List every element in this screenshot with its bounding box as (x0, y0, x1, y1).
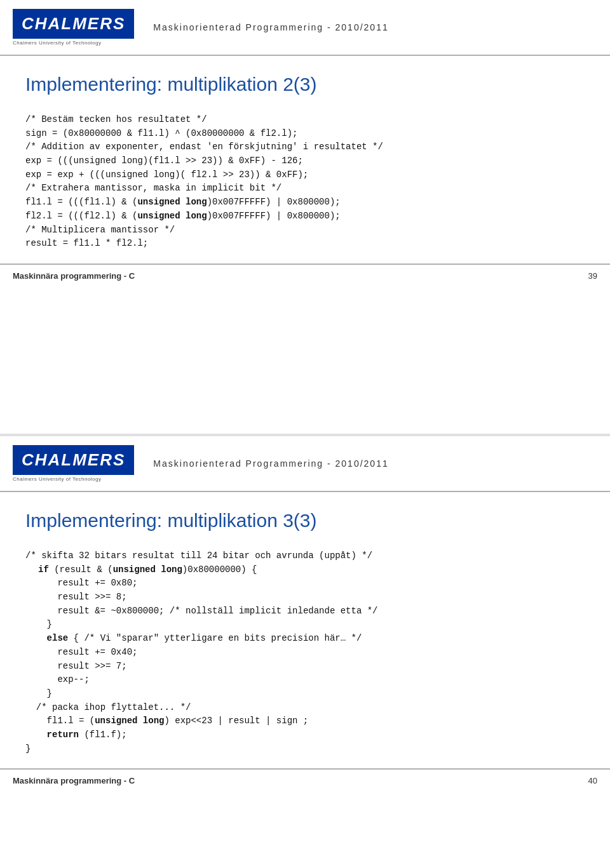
code-line: } (25, 687, 585, 701)
code-line: else { /* Vi "sparar" ytterligare en bit… (25, 632, 585, 646)
slide-1: CHALMERS Chalmers University of Technolo… (0, 0, 610, 434)
code-line: exp = exp + (((unsigned long)( fl2.l >> … (25, 168, 585, 182)
footer-page-2: 40 (588, 776, 597, 785)
code-block-2: /* skifta 32 bitars resultat till 24 bit… (25, 549, 585, 756)
slide-1-title: Implementering: multiplikation 2(3) (25, 74, 585, 95)
code-line: result += 0x80; (25, 577, 585, 591)
footer-page-1: 39 (588, 271, 597, 281)
chalmers-logo-2: CHALMERS (13, 445, 134, 475)
slide-2: CHALMERS Chalmers University of Technolo… (0, 436, 610, 868)
code-line: fl1.l = (unsigned long) exp<<23 | result… (25, 714, 585, 728)
code-line: /* Extrahera mantissor, maska in implici… (25, 182, 585, 196)
code-line: sign = (0x80000000 & fl1.l) ^ (0x8000000… (25, 127, 585, 141)
code-line: fl2.l = (((fl2.l) & (unsigned long)0x007… (25, 210, 585, 224)
slide-1-content: Implementering: multiplikation 2(3) /* B… (0, 56, 610, 264)
slide-1-footer: Maskinnära programmering - C 39 (0, 264, 610, 287)
code-line: /* Bestäm tecken hos resultatet */ (25, 113, 585, 127)
code-line: exp--; (25, 673, 585, 687)
footer-left-1: Maskinnära programmering - C (13, 271, 135, 281)
logo-wrapper-2: CHALMERS Chalmers University of Technolo… (13, 445, 134, 482)
code-line: /* Addition av exponenter, endast 'en fö… (25, 140, 585, 154)
code-line: result += 0x40; (25, 646, 585, 660)
code-block-1: /* Bestäm tecken hos resultatet */ sign … (25, 113, 585, 251)
code-line: /* Multiplicera mantissor */ (25, 224, 585, 237)
slide-1-header: CHALMERS Chalmers University of Technolo… (0, 0, 610, 56)
slide-2-header: CHALMERS Chalmers University of Technolo… (0, 436, 610, 492)
code-line: } (25, 742, 585, 756)
code-line: if (result & (unsigned long)0x80000000) … (25, 563, 585, 577)
code-line: return (fl1.f); (25, 728, 585, 742)
footer-left-2: Maskinnära programmering - C (13, 776, 135, 785)
code-line: result >>= 8; (25, 591, 585, 604)
code-line: result &= ~0x800000; /* nollställ implic… (25, 604, 585, 618)
slide-2-footer: Maskinnära programmering - C 40 (0, 768, 610, 792)
code-line: result = fl1.l * fl2.l; (25, 237, 585, 251)
logo-subtitle-1: Chalmers University of Technology (13, 40, 134, 46)
slide-2-title: Implementering: multiplikation 3(3) (25, 510, 585, 531)
code-line: fl1.l = (((fl1.l) & (unsigned long)0x007… (25, 196, 585, 210)
code-line: result >>= 7; (25, 660, 585, 674)
code-line: /* skifta 32 bitars resultat till 24 bit… (25, 549, 585, 563)
header-title-1: Maskinorienterad Programmering - 2010/20… (153, 22, 388, 32)
logo-wrapper-1: CHALMERS Chalmers University of Technolo… (13, 9, 134, 46)
code-line: /* packa ihop flyttalet... */ (25, 701, 585, 715)
code-line: exp = (((unsigned long)(fl1.l >> 23)) & … (25, 154, 585, 168)
header-title-2: Maskinorienterad Programmering - 2010/20… (153, 458, 388, 469)
logo-subtitle-2: Chalmers University of Technology (13, 476, 134, 482)
chalmers-logo-1: CHALMERS (13, 9, 134, 39)
code-line: } (25, 618, 585, 632)
slide-2-content: Implementering: multiplikation 3(3) /* s… (0, 492, 610, 768)
